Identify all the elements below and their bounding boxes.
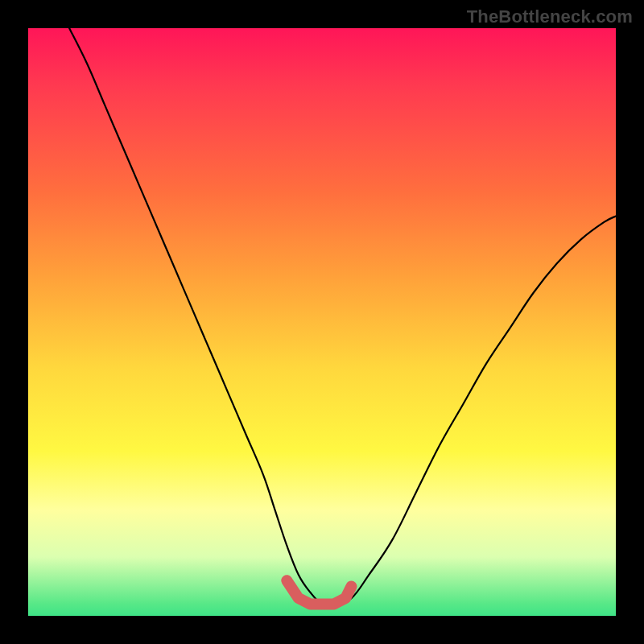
plot-area	[28, 28, 616, 616]
bottleneck-curve	[69, 28, 616, 605]
attribution-text: TheBottleneck.com	[467, 6, 633, 27]
optimal-marker	[287, 580, 351, 604]
chart-frame: TheBottleneck.com	[0, 0, 644, 644]
curve-svg	[28, 28, 616, 616]
